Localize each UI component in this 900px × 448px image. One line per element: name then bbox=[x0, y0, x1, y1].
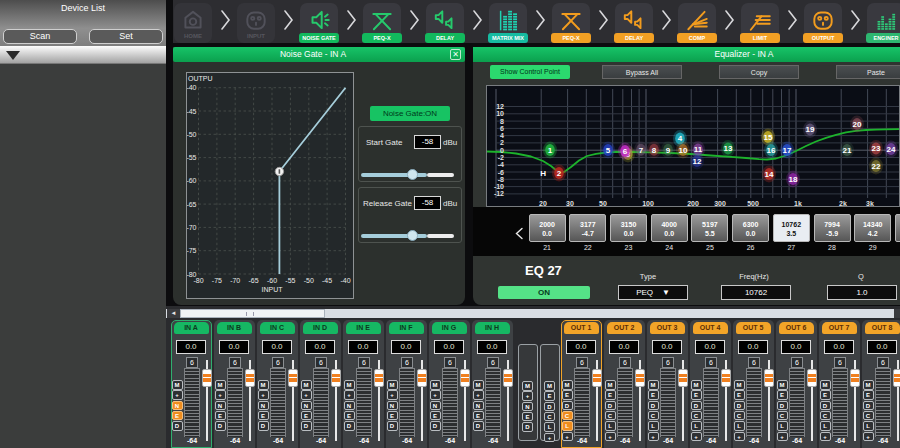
svg-text:23: 23 bbox=[872, 144, 881, 153]
svg-text:100: 100 bbox=[642, 200, 654, 207]
svg-text:4: 4 bbox=[500, 132, 504, 139]
svg-text:-65: -65 bbox=[249, 277, 259, 284]
svg-text:-70: -70 bbox=[230, 277, 240, 284]
svg-text:-70: -70 bbox=[187, 224, 197, 231]
svg-text:-6: -6 bbox=[498, 169, 504, 176]
svg-text:15: 15 bbox=[764, 133, 773, 142]
svg-text:-2: -2 bbox=[498, 154, 504, 161]
svg-text:-40: -40 bbox=[187, 84, 197, 91]
svg-text:16: 16 bbox=[767, 146, 776, 155]
svg-text:2k: 2k bbox=[839, 200, 847, 207]
svg-text:-10: -10 bbox=[494, 183, 504, 190]
svg-text:13: 13 bbox=[724, 144, 733, 153]
svg-text:-60: -60 bbox=[267, 277, 277, 284]
svg-text:50: 50 bbox=[599, 200, 607, 207]
svg-text:7: 7 bbox=[639, 146, 644, 155]
svg-text:-45: -45 bbox=[187, 108, 197, 115]
svg-text:-12: -12 bbox=[494, 190, 504, 197]
svg-text:-55: -55 bbox=[285, 277, 295, 284]
svg-text:-75: -75 bbox=[212, 277, 222, 284]
svg-text:18: 18 bbox=[789, 175, 798, 184]
svg-text:8: 8 bbox=[500, 118, 504, 125]
svg-text:2: 2 bbox=[500, 139, 504, 146]
svg-text:12: 12 bbox=[496, 103, 504, 110]
svg-text:-65: -65 bbox=[187, 201, 197, 208]
svg-text:21: 21 bbox=[843, 146, 852, 155]
svg-text:10: 10 bbox=[496, 110, 504, 117]
svg-text:H: H bbox=[540, 169, 546, 178]
svg-text:-80: -80 bbox=[193, 277, 203, 284]
svg-text:8: 8 bbox=[652, 146, 657, 155]
svg-text:-75: -75 bbox=[187, 247, 197, 254]
svg-text:12: 12 bbox=[693, 157, 702, 166]
svg-text:22: 22 bbox=[872, 162, 881, 171]
svg-text:5: 5 bbox=[606, 146, 611, 155]
svg-text:1k: 1k bbox=[794, 200, 802, 207]
svg-text:200: 200 bbox=[687, 200, 699, 207]
svg-text:-55: -55 bbox=[187, 154, 197, 161]
svg-text:9: 9 bbox=[666, 146, 671, 155]
svg-text:19: 19 bbox=[806, 125, 815, 134]
svg-text:14: 14 bbox=[765, 170, 774, 179]
svg-text:17: 17 bbox=[783, 146, 792, 155]
svg-text:1: 1 bbox=[548, 146, 553, 155]
svg-text:-40: -40 bbox=[340, 277, 350, 284]
svg-text:-60: -60 bbox=[187, 177, 197, 184]
svg-text:20: 20 bbox=[853, 120, 862, 129]
svg-text:6: 6 bbox=[500, 125, 504, 132]
svg-text:-45: -45 bbox=[322, 277, 332, 284]
svg-text:-8: -8 bbox=[498, 176, 504, 183]
svg-text:24: 24 bbox=[887, 145, 896, 154]
svg-text:6: 6 bbox=[623, 147, 628, 156]
svg-text:3k: 3k bbox=[866, 200, 874, 207]
svg-text:INPUT: INPUT bbox=[262, 286, 284, 293]
svg-text:30: 30 bbox=[566, 200, 574, 207]
svg-text:20: 20 bbox=[539, 200, 547, 207]
svg-text:-50: -50 bbox=[304, 277, 314, 284]
svg-text:300: 300 bbox=[714, 200, 726, 207]
svg-text:2: 2 bbox=[557, 169, 562, 178]
svg-text:500: 500 bbox=[747, 200, 759, 207]
svg-text:OUTPU: OUTPU bbox=[188, 75, 213, 82]
svg-text:10: 10 bbox=[679, 146, 688, 155]
svg-text:0: 0 bbox=[500, 147, 504, 154]
svg-text:-4: -4 bbox=[498, 161, 504, 168]
svg-text:-50: -50 bbox=[187, 131, 197, 138]
